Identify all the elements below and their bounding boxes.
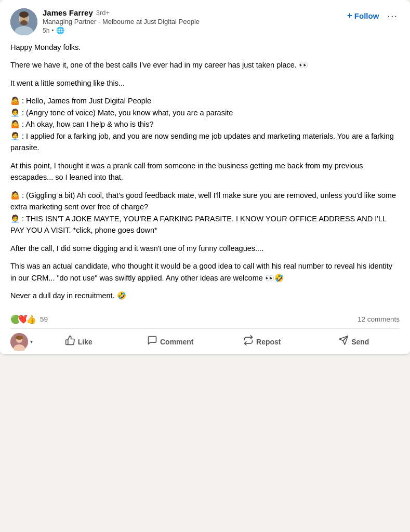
comment-label: Comment xyxy=(160,338,194,346)
post-header: James Farrey 3rd+ Managing Partner - Mel… xyxy=(10,8,400,35)
action-bar: ▾ Like Comment xyxy=(10,329,400,354)
post-paragraph-7: This was an actual candidate, who though… xyxy=(10,260,400,284)
post-paragraph-3: 🤷 : Hello, James from Just Digital Peopl… xyxy=(10,95,400,153)
repost-label: Repost xyxy=(256,338,281,346)
linkedin-post-card: James Farrey 3rd+ Managing Partner - Mel… xyxy=(0,0,410,354)
reaction-icon-blue: 👍 xyxy=(26,314,36,324)
post-paragraph-2: It went a little something like this... xyxy=(10,77,400,89)
post-paragraph-1: There we have it, one of the best calls … xyxy=(10,59,400,71)
repost-icon xyxy=(243,335,254,348)
plus-icon: + xyxy=(347,10,352,21)
repost-button[interactable]: Repost xyxy=(216,331,308,352)
like-label: Like xyxy=(78,338,92,346)
separator: • xyxy=(51,27,54,34)
reaction-icons: 🟢 ❤️ 👍 xyxy=(10,314,34,324)
send-icon xyxy=(338,335,349,348)
follow-button[interactable]: + Follow xyxy=(346,8,380,23)
post-paragraph-4: At this point, I thought it was a prank … xyxy=(10,160,400,183)
comments-count[interactable]: 12 comments xyxy=(358,315,400,323)
comment-icon xyxy=(147,335,157,348)
follow-label: Follow xyxy=(354,11,379,20)
author-degree: 3rd+ xyxy=(96,9,110,17)
post-meta: 5h • 🌐 xyxy=(43,26,200,34)
more-options-button[interactable]: ··· xyxy=(385,9,400,23)
reactions-left: 🟢 ❤️ 👍 59 xyxy=(10,314,48,324)
post-paragraph-8: Never a dull day in recruitment. 🤣 xyxy=(10,290,400,301)
commenter-avatar xyxy=(10,333,28,351)
author-section: James Farrey 3rd+ Managing Partner - Mel… xyxy=(10,8,200,35)
author-name[interactable]: James Farrey xyxy=(43,8,93,17)
svg-point-6 xyxy=(20,20,28,25)
svg-point-5 xyxy=(19,11,29,18)
post-paragraph-6: After the call, I did some digging and i… xyxy=(10,243,400,254)
reactions-row: 🟢 ❤️ 👍 59 12 comments xyxy=(10,309,400,328)
author-name-row: James Farrey 3rd+ xyxy=(43,8,200,17)
header-actions: + Follow ··· xyxy=(346,8,400,23)
reaction-count[interactable]: 59 xyxy=(40,315,48,323)
send-label: Send xyxy=(351,338,369,346)
author-info: James Farrey 3rd+ Managing Partner - Mel… xyxy=(43,8,200,34)
author-avatar[interactable] xyxy=(10,8,37,35)
like-icon xyxy=(65,335,75,348)
avatar-image xyxy=(10,8,37,35)
send-button[interactable]: Send xyxy=(308,331,400,352)
post-time: 5h xyxy=(43,27,49,34)
like-button[interactable]: Like xyxy=(33,331,125,352)
author-title: Managing Partner - Melbourne at Just Dig… xyxy=(43,18,200,25)
globe-icon: 🌐 xyxy=(56,26,64,34)
commenter-section: ▾ xyxy=(10,333,33,351)
post-paragraph-0: Happy Monday folks. xyxy=(10,42,400,53)
post-content: Happy Monday folks.There we have it, one… xyxy=(10,42,400,301)
post-paragraph-5: 🤷 : (Giggling a bit) Ah cool, that's goo… xyxy=(10,190,400,236)
comment-button[interactable]: Comment xyxy=(125,331,217,352)
svg-point-10 xyxy=(16,336,23,340)
